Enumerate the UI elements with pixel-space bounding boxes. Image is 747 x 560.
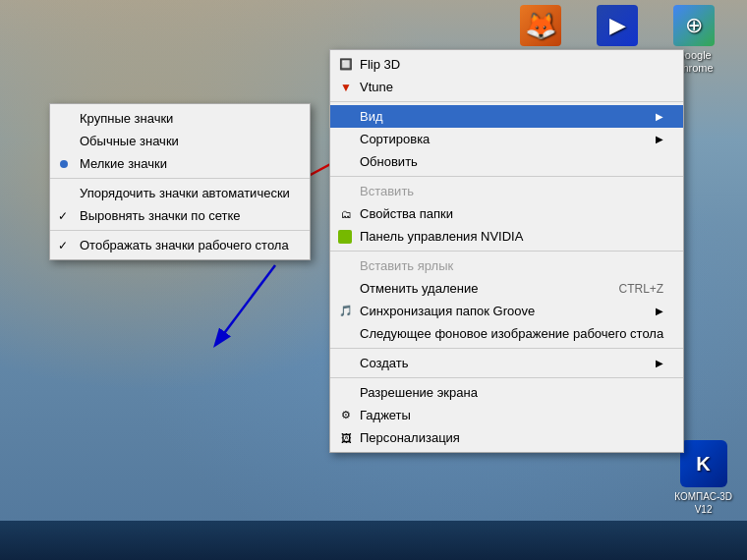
view-item[interactable]: Вид ▶ (330, 105, 683, 128)
sep-2 (330, 251, 683, 252)
auto-arrange-label: Упорядочить значки автоматически (80, 186, 290, 200)
paste-shortcut-item: Вставить ярлык (330, 254, 683, 277)
vtune-item[interactable]: ▼ Vtune (330, 76, 683, 98)
kmplayer-icon-img: ▶ (597, 5, 638, 46)
taskbar[interactable] (0, 521, 747, 560)
vtune-label: Vtune (360, 80, 393, 94)
groove-label: Синхронизация папок Groove (360, 304, 535, 318)
gadgets-icon: ⚙ (338, 408, 354, 423)
sep-0 (330, 101, 683, 102)
kompas-label: КОМПАС-3DV12 (674, 490, 732, 516)
create-label: Создать (360, 356, 408, 370)
personalize-icon: 🖼 (338, 430, 354, 446)
folder-props-label: Свойства папки (360, 206, 453, 221)
align-check: ✓ (58, 209, 68, 223)
firefox-icon-img: 🦊 (520, 5, 561, 46)
paste-shortcut-label: Вставить ярлык (360, 258, 453, 273)
undo-shortcut: CTRL+Z (600, 282, 664, 296)
separator-1 (50, 178, 310, 179)
refresh-item[interactable]: Обновить (330, 150, 683, 173)
radio-indicator (60, 160, 68, 168)
show-icons-item[interactable]: ✓ Отображать значки рабочего стола (50, 234, 310, 256)
nvidia-icon (338, 230, 352, 244)
auto-arrange-item[interactable]: Упорядочить значки автоматически (50, 182, 310, 204)
small-icons-item[interactable]: Мелкие значки (50, 152, 310, 175)
flip3d-item[interactable]: 🔲 Flip 3D (330, 53, 683, 76)
view-submenu: Крупные значки Обычные значки Мелкие зна… (49, 103, 311, 260)
screen-res-item[interactable]: Разрешение экрана (330, 381, 683, 404)
sep-1 (330, 176, 683, 177)
sort-arrow: ▶ (646, 134, 663, 144)
chrome-icon-img: ⊕ (673, 5, 715, 46)
create-arrow: ▶ (646, 358, 663, 368)
view-arrow: ▶ (646, 111, 663, 122)
kompas-icon-img: K (680, 440, 727, 487)
large-icons-label: Крупные значки (80, 111, 173, 126)
show-check: ✓ (58, 239, 68, 252)
sort-item[interactable]: Сортировка ▶ (330, 128, 683, 150)
gadgets-label: Гаджеты (360, 408, 411, 422)
screen-res-label: Разрешение экрана (360, 385, 478, 400)
sort-label: Сортировка (360, 132, 430, 146)
desktop-context-menu: 🔲 Flip 3D ▼ Vtune Вид ▶ Сортировка ▶ Обн… (329, 49, 684, 453)
separator-2 (50, 230, 310, 231)
personalize-label: Персонализация (360, 430, 460, 445)
large-icons-item[interactable]: Крупные значки (50, 107, 310, 130)
next-wallpaper-label: Следующее фоновое изображение рабочего с… (360, 326, 663, 341)
undo-delete-item[interactable]: Отменить удаление CTRL+Z (330, 277, 683, 300)
folder-props-icon: 🗂 (338, 206, 354, 222)
nvidia-label: Панель управления NVIDIA (360, 229, 523, 244)
small-icons-label: Мелкие значки (80, 156, 167, 171)
sep-3 (330, 348, 683, 349)
paste-label: Вставить (360, 184, 414, 198)
vtune-icon: ▼ (338, 80, 354, 95)
next-wallpaper-item[interactable]: Следующее фоновое изображение рабочего с… (330, 322, 683, 345)
align-grid-label: Выровнять значки по сетке (80, 208, 241, 223)
nvidia-item[interactable]: Панель управления NVIDIA (330, 225, 683, 248)
gadgets-item[interactable]: ⚙ Гаджеты (330, 404, 683, 426)
refresh-label: Обновить (360, 154, 418, 169)
folder-props-item[interactable]: 🗂 Свойства папки (330, 202, 683, 225)
sep-4 (330, 377, 683, 378)
show-icons-label: Отображать значки рабочего стола (80, 238, 289, 252)
groove-arrow: ▶ (646, 306, 663, 316)
flip3d-label: Flip 3D (360, 57, 400, 72)
flip3d-icon: 🔲 (338, 57, 354, 73)
normal-icons-item[interactable]: Обычные значки (50, 130, 310, 152)
undo-delete-label: Отменить удаление (360, 281, 478, 296)
personalize-item[interactable]: 🖼 Персонализация (330, 426, 683, 449)
groove-icon: 🎵 (338, 304, 354, 319)
create-item[interactable]: Создать ▶ (330, 352, 683, 374)
view-label: Вид (360, 109, 383, 124)
normal-icons-label: Обычные значки (80, 134, 179, 148)
align-grid-item[interactable]: ✓ Выровнять значки по сетке (50, 204, 310, 227)
paste-item: Вставить (330, 180, 683, 202)
groove-item[interactable]: 🎵 Синхронизация папок Groove ▶ (330, 300, 683, 322)
